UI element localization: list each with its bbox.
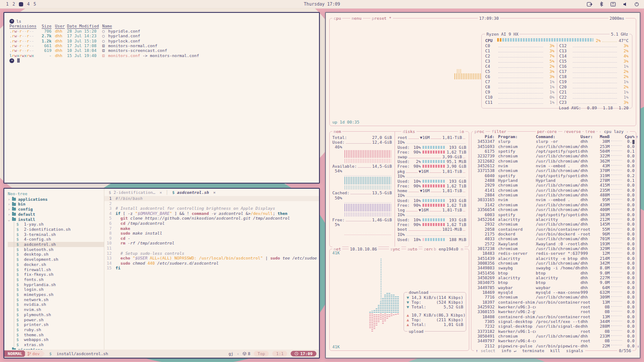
code-line[interactable]: 15fi — [104, 265, 319, 271]
tree-file-nvim.sh[interactable]: $ nvim.sh — [8, 307, 104, 312]
code-line[interactable]: 6 cd /tmp/asdcontrol — [104, 221, 319, 226]
tree-file-asdcontrol.sh[interactable]: $ asdcontrol.sh — [8, 242, 104, 247]
screencast-icon[interactable] — [587, 2, 592, 6]
bluetooth-icon[interactable] — [600, 2, 603, 6]
process-row[interactable]: 3360155kworker/u96:2-gfroot0B0.0 — [474, 309, 633, 314]
tree-file-nvidia.sh[interactable]: $ nvidia.sh — [8, 302, 104, 307]
tree-folder-default[interactable]: ›default — [8, 212, 104, 217]
proc-header-row[interactable]: Pid: Program: Command: User: MemB Cpu% ↑ — [474, 134, 633, 139]
process-row[interactable]: 3449803swaybgswaybg -i /home/dhdhh8.0M0.… — [474, 265, 633, 270]
tree-file-3-terminal.sh[interactable]: $ 3-terminal.sh — [8, 232, 104, 237]
file-row[interactable]: .rw-r--r--619dhh10 Jul 18:04⊡monitors-sc… — [9, 48, 314, 53]
tree-file-desktop.sh[interactable]: $ desktop.sh — [8, 252, 104, 257]
proc-kill-button[interactable]: kill — [550, 348, 560, 353]
process-row[interactable]: 3453347slurpslurp -ordhh38M0.0 — [474, 139, 633, 144]
code-line[interactable]: 11 — [104, 246, 319, 251]
tree-file-fix-fkeys.sh[interactable]: $ fix-fkeys.sh — [8, 272, 104, 277]
tree-file-ruby.sh[interactable]: $ ruby.sh — [8, 327, 104, 332]
proc-title[interactable]: proc — [473, 129, 486, 134]
process-row[interactable]: 3451439alacrittyalacritty -e btopdhh214M… — [474, 256, 633, 261]
tree-file-printer.sh[interactable]: $ printer.sh — [8, 322, 104, 327]
volume-icon[interactable] — [623, 2, 627, 6]
code-line[interactable]: 1#!/bin/bash — [104, 196, 319, 201]
disks-title[interactable]: disks — [401, 129, 416, 134]
proc-select-hint[interactable]: ↑ select — [476, 348, 495, 353]
proc-info-button[interactable]: info ↵ — [501, 348, 516, 353]
process-row[interactable]: 7716chromium/usr/lib/chromium/dhh309M0.0 — [474, 295, 633, 299]
editor-pane[interactable]: $ 2-identification… ×│$ asdcontrol.sh × … — [104, 189, 319, 350]
process-row[interactable]: 3451693chromium/usr/lib/chromium/dhh253M… — [474, 144, 633, 149]
process-row[interactable]: 7305signal-desktop/proc/self/exe --tdhh3… — [474, 319, 633, 324]
tree-file-fonts.sh[interactable]: $ fonts.sh — [8, 277, 104, 282]
git-branch[interactable]: dev — [25, 350, 45, 357]
tree-file-plymouth.sh[interactable]: $ plymouth.sh — [8, 312, 104, 317]
process-row[interactable]: 3373182kworker/u96:1-coroot0B0.0 — [474, 329, 633, 334]
process-row[interactable]: 3451456btopbtopdhh9.0M0.0 — [474, 271, 633, 275]
process-row[interactable]: 3212682chromium/usr/lib/chromium/dhh362M… — [474, 159, 633, 163]
process-row[interactable]: 3425932kworker/u96:3-coroot0B0.0 — [474, 305, 633, 309]
process-row[interactable]: 2572XwaylandXwayland :0 -rootldhh193M0.0 — [474, 241, 633, 246]
file-row[interactable]: .rw-r--r--2.7kdhh17 Jul 14:23○hyprland.c… — [9, 33, 314, 38]
process-row[interactable]: 6003spotify/opt/spotify/spotidhh383M0.0 — [474, 212, 633, 217]
process-row[interactable]: 3449785waybarwaybardhh64M0.0 — [474, 285, 633, 290]
proc-signals-button[interactable]: signals — [566, 348, 583, 353]
file-row[interactable]: .rw-r--r--661dhh17 Jul 17:08⊡monitors-no… — [9, 43, 314, 48]
proc-sort-selector[interactable]: ‹ cpu lazy › — [598, 129, 630, 134]
editor-window[interactable]: Neo-tree ›applications›bin›config›defaul… — [3, 188, 320, 359]
tree-file-2-identification.sh[interactable]: $ 2-identification.sh — [8, 227, 104, 232]
btop-window[interactable]: cpu menu preset * 17:09:30 2000ms up 1d … — [325, 12, 641, 359]
process-row[interactable]: 18483redis-serverredis-server *:63799912… — [474, 251, 633, 256]
tree-file-firewall.sh[interactable]: $ firewall.sh — [8, 267, 104, 272]
file-row[interactable]: lrwxrwxrwx-dhh15 Jul 19:40⊡monitors.conf… — [9, 53, 314, 58]
tab-asdcontrol-sh[interactable]: $ asdcontrol.sh × — [172, 190, 216, 195]
tree-folder-install[interactable]: ⌄install — [8, 217, 104, 222]
process-row[interactable]: 6040spotify/opt/spotify/spotidhh319M0.2 — [474, 173, 633, 178]
process-row[interactable]: 3232739chromium/usr/lib/chromium/dhh322M… — [474, 154, 633, 158]
process-row[interactable]: 4033chromium/usr/lib/chromium/dhh701M0.0 — [474, 236, 633, 241]
file-row[interactable]: .rw-r--r--706dhh28 Jun 15:20○hypridle.co… — [9, 29, 314, 33]
process-row[interactable]: 2488HyprlandHyprlanddhh278M0.1 — [474, 178, 633, 183]
proc-percore-button[interactable]: per-core — [536, 129, 558, 134]
io-title[interactable]: io — [458, 129, 465, 134]
power-icon[interactable] — [635, 2, 639, 6]
process-row[interactable]: 3050491chromium/usr/lib/chromium/dhh233M… — [474, 334, 633, 338]
proc-tree-button[interactable]: tree — [584, 129, 596, 134]
terminal-window[interactable]: ➜ ls PermissionsSizeUserDate ModifiedNam… — [3, 12, 320, 184]
process-row[interactable]: 18408containerd-shim/usr/bin/containerro… — [474, 314, 633, 319]
tree-file-bluetooth.sh[interactable]: $ bluetooth.sh — [8, 247, 104, 252]
tree-file-development.sh[interactable]: $ development.sh — [8, 257, 104, 262]
tree-folder-applications[interactable]: ›applications — [8, 197, 104, 202]
prompt-line-2[interactable]: ➜ — [9, 58, 314, 63]
process-row[interactable]: 2175dockerd/usr/bin/dockerd -root96M0.0 — [474, 232, 633, 236]
code-line[interactable]: 8 sudo make install — [104, 231, 319, 236]
tree-file-mimetypes.sh[interactable]: $ mimetypes.sh — [8, 292, 104, 297]
tree-file-theme.sh[interactable]: $ theme.sh — [8, 332, 104, 338]
process-row[interactable]: 4141chromium/usr/lib/chromium/dhh235M0.0 — [474, 188, 633, 193]
code-line[interactable]: 9 cd - — [104, 236, 319, 241]
process-row[interactable]: 3034075btopbtopdhh9.0M0.0 — [474, 280, 633, 285]
process-row[interactable]: 3017238chromium/usr/lib/chromium/dhh329M… — [474, 246, 633, 251]
process-row[interactable]: 3142chromium/usr/lib/chromium/dhh439M0.0 — [474, 202, 633, 207]
tab-close-icon[interactable]: × — [211, 190, 216, 195]
process-row[interactable]: 6175spotify/opt/spotify/spotidhh504M0.1 — [474, 149, 633, 154]
tab-close-icon[interactable]: × — [157, 190, 162, 195]
tree-folder-bin[interactable]: ›bin — [8, 202, 104, 207]
process-row[interactable]: 3356654chromium/usr/lib/chromium/dhh400M… — [474, 207, 633, 212]
code-line[interactable]: 4if [ -z "$OMARCHY_BARE" ] && ! command … — [104, 211, 319, 216]
process-row[interactable]: 2112pipewire-pulse/usr/bin/pipewire-dhh2… — [474, 344, 633, 348]
tree-file-power.sh[interactable]: $ power.sh — [8, 317, 104, 323]
tree-file-docker.sh[interactable]: $ docker.sh — [8, 262, 104, 267]
process-row[interactable]: 2884chromium/usr/lib/chromium/dhh488M0.0 — [474, 193, 633, 197]
tab-preset[interactable]: preset * — [371, 16, 393, 21]
code-line[interactable]: 7 make — [104, 226, 319, 231]
code-line[interactable]: 13 echo "$USER ALL=(ALL) NOPASSWD: /usr/… — [104, 256, 319, 261]
tree-file-hyprlandia.sh[interactable]: $ hyprlandia.sh — [8, 282, 104, 287]
process-row[interactable]: 2929chromium/usr/lib/chromium/dhh415M0.0 — [474, 183, 633, 187]
code-line[interactable]: 14 sudo chmod 440 /etc/sudoers.d/asdcont… — [104, 261, 319, 266]
proc-reverse-button[interactable]: reverse — [562, 129, 582, 134]
code-line[interactable]: 5 git clone https://github.com/nikosdion… — [104, 216, 319, 221]
tab-menu[interactable]: menu — [350, 16, 363, 21]
code-line[interactable]: 12 # Setup sudo-less controls — [104, 251, 319, 256]
process-row[interactable]: 7232signal-desktop/usr/lib/signal-dedhh2… — [474, 324, 633, 329]
file-row[interactable]: .rw-r--r--1.2kdhh10 Jul 15:10○hyprlock.c… — [9, 39, 314, 43]
